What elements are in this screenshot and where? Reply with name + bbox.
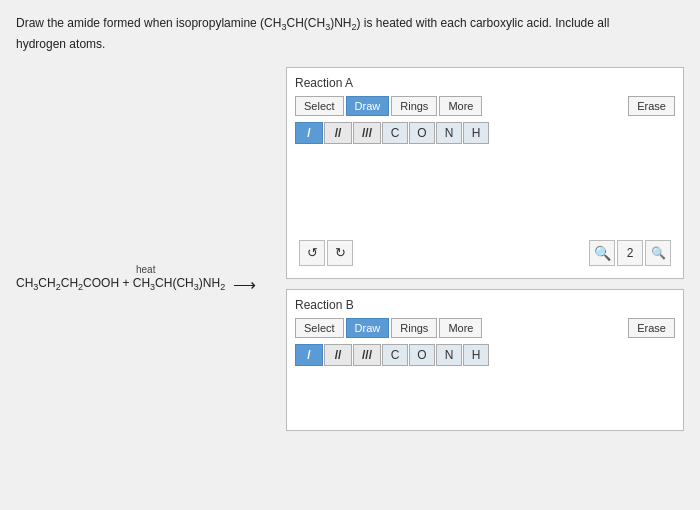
reaction-arrow: ⟶ xyxy=(233,275,256,294)
right-panel: Reaction A Select Draw Rings More Erase … xyxy=(286,67,684,431)
more-button-a[interactable]: More xyxy=(439,96,482,116)
more-button-b[interactable]: More xyxy=(439,318,482,338)
heat-label: heat xyxy=(136,264,155,275)
carbon-button-a[interactable]: C xyxy=(382,122,408,144)
equation-line: CH3CH2CH2COOH + CH3CH(CH3)NH2 ⟶ xyxy=(16,275,260,294)
reaction-b-toolbar: Select Draw Rings More Erase xyxy=(295,318,675,338)
question-text: Draw the amide formed when isopropylamin… xyxy=(16,14,684,53)
reaction-a-toolbar: Select Draw Rings More Erase xyxy=(295,96,675,116)
rings-button-b[interactable]: Rings xyxy=(391,318,437,338)
select-button-b[interactable]: Select xyxy=(295,318,344,338)
double-bond-button-a[interactable]: // xyxy=(324,122,352,144)
zoom-in-button-a[interactable]: 🔍 xyxy=(589,240,615,266)
reaction-a-box: Reaction A Select Draw Rings More Erase … xyxy=(286,67,684,279)
reaction-b-canvas[interactable] xyxy=(295,372,675,422)
triple-bond-button-a[interactable]: /// xyxy=(353,122,381,144)
single-bond-button-b[interactable]: / xyxy=(295,344,323,366)
reaction-a-title: Reaction A xyxy=(295,76,675,90)
zoom-controls-a: 🔍 2 🔍 xyxy=(589,240,671,266)
redo-button-a[interactable]: ↻ xyxy=(327,240,353,266)
double-bond-button-b[interactable]: // xyxy=(324,344,352,366)
erase-button-b[interactable]: Erase xyxy=(628,318,675,338)
hydrogen-button-b[interactable]: H xyxy=(463,344,489,366)
reaction-b-draw-tools: / // /// C O N H xyxy=(295,344,675,366)
reaction-equation: heat CH3CH2CH2COOH + CH3CH(CH3)NH2 ⟶ xyxy=(16,264,286,294)
select-button-a[interactable]: Select xyxy=(295,96,344,116)
nitrogen-button-a[interactable]: N xyxy=(436,122,462,144)
reaction-a-canvas[interactable]: ↺ ↻ 🔍 2 🔍 xyxy=(295,150,675,270)
single-bond-button-a[interactable]: / xyxy=(295,122,323,144)
erase-button-a[interactable]: Erase xyxy=(628,96,675,116)
reaction-a-draw-tools: / // /// C O N H xyxy=(295,122,675,144)
reaction-b-box: Reaction B Select Draw Rings More Erase … xyxy=(286,289,684,431)
reset-button-a[interactable]: 2 xyxy=(617,240,643,266)
reaction-b-title: Reaction B xyxy=(295,298,675,312)
nitrogen-button-b[interactable]: N xyxy=(436,344,462,366)
draw-button-b[interactable]: Draw xyxy=(346,318,390,338)
left-panel: heat CH3CH2CH2COOH + CH3CH(CH3)NH2 ⟶ xyxy=(16,67,286,431)
page: Draw the amide formed when isopropylamin… xyxy=(0,0,700,510)
oxygen-button-b[interactable]: O xyxy=(409,344,435,366)
hydrogen-button-a[interactable]: H xyxy=(463,122,489,144)
rings-button-a[interactable]: Rings xyxy=(391,96,437,116)
triple-bond-button-b[interactable]: /// xyxy=(353,344,381,366)
zoom-out-button-a[interactable]: 🔍 xyxy=(645,240,671,266)
undo-redo-buttons-a: ↺ ↻ xyxy=(299,240,353,266)
draw-button-a[interactable]: Draw xyxy=(346,96,390,116)
content-area: heat CH3CH2CH2COOH + CH3CH(CH3)NH2 ⟶ Rea… xyxy=(16,67,684,431)
reactant-text: CH3CH2CH2COOH + CH3CH(CH3)NH2 xyxy=(16,276,225,292)
undo-button-a[interactable]: ↺ xyxy=(299,240,325,266)
oxygen-button-a[interactable]: O xyxy=(409,122,435,144)
carbon-button-b[interactable]: C xyxy=(382,344,408,366)
